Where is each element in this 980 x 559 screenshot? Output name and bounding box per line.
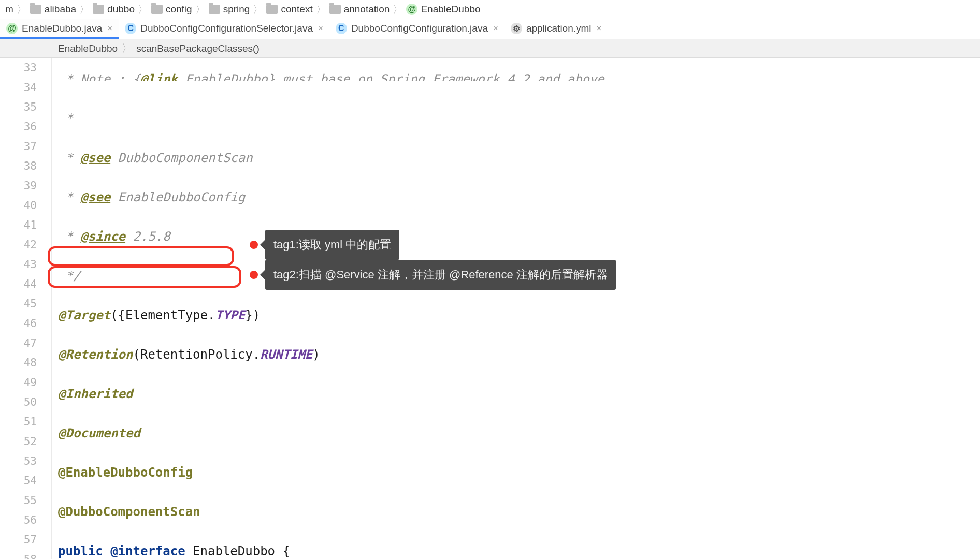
chevron-right-icon: 〉 xyxy=(252,3,264,17)
crumb-root[interactable]: m xyxy=(3,4,16,15)
crumb-alibaba[interactable]: alibaba xyxy=(28,4,78,15)
yml-icon: ⚙ xyxy=(511,23,522,34)
folder-icon xyxy=(93,5,104,14)
chevron-right-icon: 〉 xyxy=(194,3,207,17)
class-icon: C xyxy=(125,23,136,34)
crumb-dubbo[interactable]: dubbo xyxy=(91,4,137,15)
folder-icon xyxy=(266,5,278,14)
crumb-enabledubbo[interactable]: @EnableDubbo xyxy=(404,4,482,15)
close-icon[interactable]: × xyxy=(596,23,603,34)
code-area[interactable]: * Note : {@link EnableDubbo} must base o… xyxy=(52,58,980,559)
crumb-config[interactable]: config xyxy=(149,4,194,15)
callout-tag1: tag1:读取 yml 中的配置 xyxy=(250,230,399,260)
callout-label: tag1:读取 yml 中的配置 xyxy=(265,230,399,260)
crumb-context[interactable]: context xyxy=(264,4,314,15)
chevron-right-icon: 〉 xyxy=(118,41,136,55)
folder-icon xyxy=(329,5,341,14)
close-icon[interactable]: × xyxy=(317,23,324,34)
close-icon[interactable]: × xyxy=(106,23,113,34)
chevron-right-icon: 〉 xyxy=(16,3,28,17)
member-navbar: EnableDubbo 〉 scanBasePackageClasses() xyxy=(0,39,980,58)
folder-icon xyxy=(30,5,41,14)
dot-icon xyxy=(250,241,258,249)
tab-selector[interactable]: C DubboConfigConfigurationSelector.java … xyxy=(119,19,329,39)
callout-label: tag2:扫描 @Service 注解，并注册 @Reference 注解的后置… xyxy=(265,260,616,290)
chevron-right-icon: 〉 xyxy=(78,3,91,17)
nav-class[interactable]: EnableDubbo xyxy=(58,43,118,54)
annotation-icon: @ xyxy=(406,4,417,15)
tab-label: EnableDubbo.java xyxy=(22,23,102,34)
folder-icon xyxy=(209,5,220,14)
tab-label: application.yml xyxy=(526,23,592,34)
folder-icon xyxy=(151,5,163,14)
tab-enabledubbo[interactable]: @ EnableDubbo.java × xyxy=(0,19,119,39)
highlight-box xyxy=(48,246,234,266)
chevron-right-icon: 〉 xyxy=(315,3,327,17)
class-icon: C xyxy=(336,23,347,34)
tab-config[interactable]: C DubboConfigConfiguration.java × xyxy=(329,19,505,39)
dot-icon xyxy=(250,271,258,279)
line-gutter: 3334353637383940414243444546474849505152… xyxy=(0,58,52,559)
crumb-annotation[interactable]: annotation xyxy=(327,4,392,15)
tab-yml[interactable]: ⚙ application.yml × xyxy=(505,19,608,39)
tab-label: DubboConfigConfigurationSelector.java xyxy=(140,23,313,34)
nav-member[interactable]: scanBasePackageClasses() xyxy=(136,43,260,54)
chevron-right-icon: 〉 xyxy=(137,3,149,17)
close-icon[interactable]: × xyxy=(492,23,499,34)
crumb-spring[interactable]: spring xyxy=(207,4,252,15)
annotation-icon: @ xyxy=(6,23,18,34)
code-editor[interactable]: 3334353637383940414243444546474849505152… xyxy=(0,58,980,559)
callout-tag2: tag2:扫描 @Service 注解，并注册 @Reference 注解的后置… xyxy=(250,260,616,290)
chevron-right-icon: 〉 xyxy=(392,3,404,17)
breadcrumb: m 〉 alibaba 〉 dubbo 〉 config 〉 spring 〉 … xyxy=(0,0,980,19)
editor-tabs: @ EnableDubbo.java × C DubboConfigConfig… xyxy=(0,19,980,39)
tab-label: DubboConfigConfiguration.java xyxy=(351,23,488,34)
